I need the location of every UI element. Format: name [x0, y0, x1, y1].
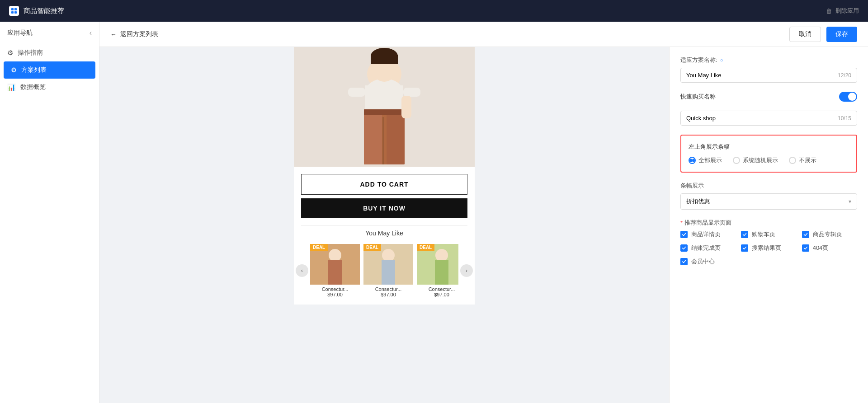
guide-icon: ⚙ [7, 49, 13, 57]
page-item-collection[interactable]: 商品专辑页 [802, 230, 857, 239]
trash-icon: 🗑 [826, 8, 832, 14]
main-content: ← 返回方案列表 取消 保存 [99, 22, 868, 403]
sidebar-item-guide[interactable]: ⚙ 操作指南 [0, 44, 99, 61]
sidebar-collapse-icon[interactable]: ‹ [90, 29, 92, 37]
page-item-member[interactable]: 会员中心 [680, 258, 736, 266]
checkbox-search [741, 244, 748, 252]
page-item-cart[interactable]: 购物车页 [741, 230, 796, 239]
sidebar-item-overview[interactable]: 📊 数据概览 [0, 79, 99, 96]
top-nav-left: 商品智能推荐 [9, 6, 64, 16]
banner-radio-group: 全部展示 系统随机展示 不展示 [689, 156, 849, 164]
delete-app-btn[interactable]: 🗑 删除应用 [826, 7, 859, 15]
top-nav: 商品智能推荐 🗑 删除应用 [0, 0, 868, 22]
preview-panel: ADD TO CART BUY IT NOW You May Like ‹ DE… [99, 47, 669, 403]
content-area: ADD TO CART BUY IT NOW You May Like ‹ DE… [99, 47, 868, 403]
svg-rect-14 [348, 88, 365, 97]
quick-shop-setting: 快速购买名称 [680, 92, 857, 102]
buy-now-button[interactable]: BUY IT NOW [301, 198, 467, 218]
svg-rect-12 [387, 110, 405, 164]
app-logo [9, 6, 19, 16]
you-may-like-input[interactable]: You May Like 12/20 [680, 68, 857, 83]
cancel-button[interactable]: 取消 [789, 27, 821, 42]
product-name-2: Consectur... [363, 286, 413, 292]
page-item-search[interactable]: 搜索结果页 [741, 244, 796, 252]
deal-badge-3: DEAL [417, 244, 434, 251]
radio-show-all-circle [689, 157, 696, 164]
save-button[interactable]: 保存 [826, 27, 857, 42]
add-to-cart-button[interactable]: ADD TO CART [301, 174, 467, 195]
radio-hide-circle [789, 157, 796, 164]
svg-rect-3 [14, 11, 17, 14]
svg-rect-13 [364, 109, 405, 115]
carousel-prev-button[interactable]: ‹ [296, 264, 308, 277]
product-price-3: $97.00 [417, 292, 458, 297]
radio-random-circle [733, 157, 740, 164]
section-title-label: 适应方案名称: ○ [680, 56, 857, 64]
you-may-like-header: You May Like [301, 225, 467, 240]
app-title: 商品智能推荐 [24, 7, 64, 15]
header-actions: 取消 保存 [789, 27, 857, 42]
product-name-3: Consectur... [417, 286, 458, 292]
banner-dropdown[interactable]: 折扣优惠 ▾ [680, 193, 857, 210]
svg-rect-11 [364, 110, 382, 164]
sidebar-item-plans[interactable]: ⚙ 方案列表 [4, 61, 95, 79]
svg-rect-25 [382, 260, 395, 285]
deal-badge-2: DEAL [363, 244, 381, 251]
page-item-thankyou[interactable]: 结账完成页 [680, 244, 736, 252]
svg-point-27 [435, 249, 448, 262]
back-arrow-icon: ← [110, 31, 117, 38]
product-image [294, 47, 475, 167]
product-image-1: DEAL [310, 244, 360, 285]
svg-rect-0 [11, 8, 14, 10]
checkbox-detail [680, 231, 688, 238]
svg-rect-2 [11, 11, 14, 14]
plans-icon: ⚙ [11, 66, 17, 74]
svg-point-24 [382, 249, 395, 262]
svg-rect-15 [403, 88, 420, 97]
pages-grid: 商品详情页 购物车页 商品专辑页 [680, 230, 857, 266]
checkbox-404 [802, 244, 809, 252]
checkbox-thankyou [680, 244, 688, 252]
radio-hide[interactable]: 不展示 [789, 156, 816, 164]
product-name-1: Consectur... [310, 286, 360, 292]
settings-panel: 适应方案名称: ○ You May Like 12/20 快速购买名称 Quic… [669, 47, 868, 403]
banner-display-label: 条幅展示 [680, 182, 857, 190]
carousel-next-button[interactable]: › [460, 264, 473, 277]
page-item-404[interactable]: 404页 [802, 244, 857, 252]
product-carousel: ‹ DEAL [294, 240, 475, 305]
svg-rect-10 [382, 117, 384, 164]
svg-rect-19 [371, 55, 398, 64]
svg-rect-22 [328, 260, 342, 285]
quick-shop-toggle[interactable] [839, 92, 857, 102]
sub-header: ← 返回方案列表 取消 保存 [99, 22, 868, 47]
svg-rect-28 [435, 260, 448, 285]
svg-rect-16 [401, 96, 411, 118]
pages-setting: * 推荐商品显示页面 商品详情页 [680, 219, 857, 266]
svg-point-21 [329, 249, 341, 262]
overview-icon: 📊 [7, 83, 16, 91]
list-item: DEAL Consectur... $97.00 [310, 244, 360, 297]
page-item-detail[interactable]: 商品详情页 [680, 230, 736, 239]
quick-shop-input-row: Quick shop 10/15 [680, 111, 857, 126]
product-image-3: DEAL [417, 244, 458, 285]
product-price-2: $97.00 [363, 292, 413, 297]
deal-badge-1: DEAL [310, 244, 328, 251]
chevron-down-icon: ▾ [849, 198, 851, 205]
checkbox-member [680, 258, 688, 265]
you-may-like-setting: 适应方案名称: ○ You May Like 12/20 [680, 56, 857, 83]
back-button[interactable]: ← 返回方案列表 [110, 30, 158, 38]
radio-show-all[interactable]: 全部展示 [689, 156, 722, 164]
product-image-2: DEAL [363, 244, 413, 285]
main-layout: 应用导航 ‹ ⚙ 操作指南 ⚙ 方案列表 📊 数据概览 ← 返回方案列表 取消 … [0, 22, 868, 403]
pages-label: * 推荐商品显示页面 [680, 219, 857, 227]
radio-random[interactable]: 系统随机展示 [733, 156, 778, 164]
quick-shop-input[interactable]: Quick shop 10/15 [680, 111, 857, 126]
banner-display-setting: 条幅展示 折扣优惠 ▾ [680, 182, 857, 210]
banner-section: 左上角展示条幅 全部展示 系统随机展示 [680, 135, 857, 173]
quick-shop-label: 快速购买名称 [680, 93, 716, 101]
list-item: DEAL Consectur... $97.00 [417, 244, 458, 297]
svg-rect-1 [14, 8, 17, 10]
checkbox-cart [741, 231, 748, 238]
checkbox-collection [802, 231, 809, 238]
preview-container: ADD TO CART BUY IT NOW You May Like ‹ DE… [294, 47, 475, 305]
